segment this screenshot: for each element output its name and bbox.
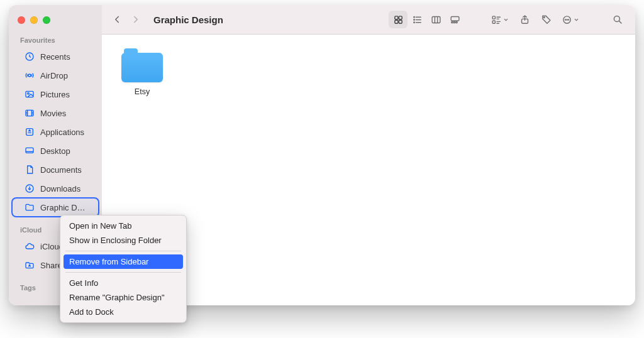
sidebar-item-label: Desktop bbox=[40, 146, 70, 156]
minimize-window-button[interactable] bbox=[30, 16, 38, 24]
shared-icon bbox=[24, 260, 35, 270]
sidebar-item-movies[interactable]: Movies bbox=[13, 104, 98, 122]
applications-icon bbox=[24, 127, 35, 137]
svg-point-1 bbox=[28, 74, 31, 77]
svg-point-17 bbox=[413, 22, 414, 23]
svg-rect-22 bbox=[451, 16, 459, 20]
tags-button[interactable] bbox=[537, 11, 555, 28]
folder-title: Graphic Design bbox=[153, 14, 223, 25]
svg-rect-23 bbox=[451, 21, 452, 23]
sidebar-item-label: Graphic D… bbox=[40, 203, 86, 212]
sidebar-item-downloads[interactable]: Downloads bbox=[13, 180, 98, 197]
context-separator bbox=[65, 251, 181, 251]
downloads-icon bbox=[24, 183, 35, 194]
svg-rect-10 bbox=[399, 16, 402, 19]
view-list-button[interactable] bbox=[408, 11, 426, 28]
svg-point-13 bbox=[413, 16, 414, 17]
svg-rect-6 bbox=[26, 148, 33, 153]
svg-rect-24 bbox=[453, 21, 455, 23]
svg-rect-4 bbox=[26, 110, 33, 116]
svg-rect-25 bbox=[455, 21, 457, 23]
folder-icon bbox=[24, 202, 35, 212]
sidebar-item-label: Movies bbox=[40, 109, 66, 118]
pictures-icon bbox=[24, 89, 35, 99]
desktop-icon bbox=[24, 146, 35, 156]
toolbar: Graphic Design bbox=[102, 5, 635, 35]
context-item-get-info[interactable]: Get Info bbox=[60, 276, 186, 290]
sidebar-item-label: Documents bbox=[40, 165, 82, 175]
traffic-lights bbox=[9, 13, 102, 28]
view-switcher bbox=[389, 11, 464, 28]
action-menu-button[interactable] bbox=[558, 11, 582, 28]
sidebar-item-documents[interactable]: Documents bbox=[13, 161, 98, 178]
documents-icon bbox=[24, 165, 35, 175]
sidebar-item-label: Downloads bbox=[40, 184, 80, 194]
folder-label: Etsy bbox=[135, 87, 150, 96]
finder-window: Favourites Recents AirDrop Pictures Movi… bbox=[9, 5, 635, 305]
context-item-show-enclosing[interactable]: Show in Enclosing Folder bbox=[60, 233, 186, 248]
sidebar-item-desktop[interactable]: Desktop bbox=[13, 142, 98, 160]
folder-item-etsy[interactable]: Etsy bbox=[114, 48, 170, 96]
context-menu: Open in New Tab Show in Enclosing Folder… bbox=[60, 215, 187, 323]
sidebar-item-label: Recents bbox=[40, 52, 70, 62]
group-by-button[interactable] bbox=[488, 11, 512, 28]
svg-rect-26 bbox=[492, 16, 495, 18]
share-button[interactable] bbox=[516, 11, 533, 28]
svg-point-15 bbox=[413, 19, 414, 19]
sidebar-item-label: Applications bbox=[40, 128, 84, 137]
context-item-rename[interactable]: Rename "Graphic Design" bbox=[60, 290, 186, 305]
sidebar-item-pictures[interactable]: Pictures bbox=[13, 85, 98, 103]
sidebar-item-applications[interactable]: Applications bbox=[13, 123, 98, 141]
svg-line-39 bbox=[619, 21, 621, 23]
sidebar-item-graphic-design[interactable]: Graphic D… bbox=[13, 199, 98, 216]
sidebar-item-recents[interactable]: Recents bbox=[13, 48, 98, 65]
svg-rect-9 bbox=[394, 16, 397, 19]
view-columns-button[interactable] bbox=[426, 11, 445, 28]
icloud-icon bbox=[24, 241, 35, 251]
svg-point-33 bbox=[543, 16, 545, 18]
sidebar-section-favourites: Favourites bbox=[9, 28, 102, 46]
context-separator bbox=[65, 272, 181, 273]
view-icons-button[interactable] bbox=[389, 11, 408, 28]
airdrop-icon bbox=[24, 70, 35, 80]
view-gallery-button[interactable] bbox=[445, 11, 464, 28]
back-button[interactable] bbox=[108, 11, 126, 28]
sidebar-item-label: Pictures bbox=[40, 90, 70, 99]
context-item-add-dock[interactable]: Add to Dock bbox=[60, 305, 186, 319]
svg-point-37 bbox=[568, 19, 569, 19]
svg-rect-2 bbox=[26, 91, 33, 97]
movies-icon bbox=[24, 108, 35, 118]
zoom-window-button[interactable] bbox=[43, 16, 50, 24]
svg-rect-12 bbox=[399, 20, 402, 23]
svg-rect-19 bbox=[432, 16, 440, 23]
svg-point-36 bbox=[567, 19, 567, 19]
svg-rect-27 bbox=[492, 20, 495, 23]
clock-icon bbox=[24, 52, 35, 62]
search-button[interactable] bbox=[609, 11, 626, 28]
svg-point-35 bbox=[565, 19, 565, 19]
sidebar-item-label: AirDrop bbox=[40, 71, 68, 80]
svg-point-3 bbox=[28, 92, 30, 94]
close-window-button[interactable] bbox=[18, 16, 25, 24]
forward-button[interactable] bbox=[127, 11, 145, 28]
folder-icon bbox=[121, 48, 163, 82]
sidebar-item-airdrop[interactable]: AirDrop bbox=[13, 67, 98, 84]
context-item-remove-sidebar[interactable]: Remove from Sidebar bbox=[64, 254, 183, 269]
svg-rect-11 bbox=[394, 20, 397, 23]
context-item-open-new-tab[interactable]: Open in New Tab bbox=[60, 219, 186, 233]
